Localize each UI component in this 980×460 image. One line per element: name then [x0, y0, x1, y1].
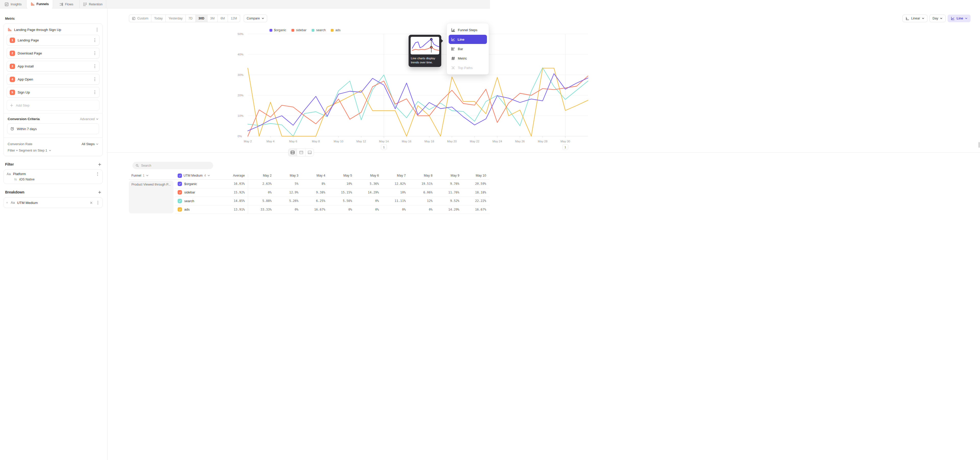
- chevron-down-icon: [49, 149, 51, 152]
- step-label: App Open: [18, 77, 90, 81]
- cell-value: 22.22%: [475, 199, 486, 203]
- layout-split-toggle[interactable]: [288, 149, 297, 156]
- filter-value[interactable]: iOS Native: [19, 177, 35, 181]
- query-sidebar: Metric Landing Page through Sign Up 1Lan…: [0, 8, 107, 230]
- compare-button[interactable]: Compare: [244, 14, 267, 22]
- range-3m[interactable]: 3M: [207, 15, 218, 22]
- search-icon: [135, 164, 139, 168]
- metric-hash-icon: [451, 56, 455, 61]
- legend-item-search[interactable]: search: [312, 28, 326, 32]
- range-label: 3M: [210, 17, 215, 20]
- layout-top-toggle[interactable]: [297, 149, 305, 156]
- table-cell: 0%: [355, 197, 382, 206]
- x-axis-tick-label: May 18: [425, 140, 434, 143]
- tab-funnels[interactable]: Funnels: [27, 0, 53, 8]
- range-7d[interactable]: 7D: [186, 15, 196, 22]
- chart-legend: $organicsidebarsearchads: [129, 28, 481, 32]
- legend-item-sidebar[interactable]: sidebar: [291, 28, 307, 32]
- cell-value: 14.29%: [368, 191, 379, 194]
- filter-segment-dropdown[interactable]: Filter + Segment on Step 1: [6, 147, 100, 155]
- range-yesterday[interactable]: Yesterday: [165, 15, 185, 22]
- funnel-col-count: 1: [143, 174, 145, 177]
- series-name: ads: [184, 208, 189, 211]
- menu-item-metric[interactable]: Metric: [449, 54, 487, 63]
- step-kebab-menu[interactable]: [93, 77, 97, 81]
- funnel-step-app-open[interactable]: 4App Open: [6, 74, 100, 85]
- legend-item-ads[interactable]: ads: [331, 28, 340, 32]
- tooltip-arrow: [441, 39, 443, 43]
- range-today[interactable]: Today: [151, 15, 165, 22]
- menu-item-funnel-steps[interactable]: Funnel Steps: [449, 25, 487, 35]
- funnel-column-header[interactable]: Funnel1: [129, 174, 175, 177]
- series-line-organic: [248, 73, 490, 131]
- row-checkbox[interactable]: [178, 190, 182, 195]
- funnel-step-download-page[interactable]: 2Download Page: [6, 48, 100, 59]
- legend-label: sidebar: [296, 28, 307, 32]
- filter-kebab-menu[interactable]: [95, 172, 100, 176]
- chevron-down-icon: [96, 118, 99, 120]
- table-cell: 15.15%: [328, 188, 355, 197]
- range-label: 30D: [199, 17, 204, 20]
- plus-icon[interactable]: [98, 190, 102, 194]
- funnel-kebab-menu[interactable]: [95, 28, 99, 32]
- column-header-may-2: May 2: [248, 174, 275, 177]
- column-header-label: May 8: [424, 174, 433, 177]
- conversion-window[interactable]: Within 7 days: [7, 123, 99, 134]
- tab-insights[interactable]: Insights: [0, 0, 27, 8]
- bar-chart-icon: [451, 47, 455, 51]
- breakdown-column-header[interactable]: UTM Medium4: [175, 174, 221, 178]
- step-kebab-menu[interactable]: [93, 64, 97, 68]
- table-cell: 12.82%: [382, 180, 409, 188]
- layout-bottom-toggle[interactable]: [305, 149, 313, 156]
- step-label: Landing Page: [18, 38, 90, 42]
- y-axis-tick-label: 10%: [238, 114, 243, 117]
- legend-item-organic[interactable]: $organic: [269, 28, 286, 32]
- step-kebab-menu[interactable]: [93, 51, 97, 55]
- legend-label: $organic: [274, 28, 286, 32]
- layout-bottom-icon: [307, 150, 312, 155]
- cell-value: 19.51%: [422, 182, 432, 185]
- add-step-button[interactable]: Add Step: [6, 100, 100, 111]
- advanced-dropdown[interactable]: Advanced: [80, 117, 99, 121]
- step-kebab-menu[interactable]: [93, 91, 97, 94]
- funnel-step-sign-up[interactable]: 5Sign Up: [6, 87, 100, 97]
- cell-value: 16.67%: [314, 208, 325, 211]
- plus-icon[interactable]: [98, 163, 102, 166]
- tab-retention[interactable]: Retention: [80, 0, 106, 8]
- conversion-rate-dropdown[interactable]: All Steps: [82, 142, 99, 146]
- annotation-badge-label: 1: [383, 146, 385, 149]
- compare-label: Compare: [247, 17, 260, 20]
- column-header-label: May 4: [317, 174, 325, 177]
- table-cell: 0%: [382, 206, 409, 214]
- filter-item-platform[interactable]: Aa Platform Is iOS Native: [3, 169, 103, 184]
- cell-value: 10%: [400, 191, 406, 194]
- close-icon[interactable]: [89, 201, 93, 204]
- search-input[interactable]: [141, 164, 210, 168]
- range-6m[interactable]: 6M: [218, 15, 228, 22]
- funnel-col-label: Funnel: [131, 174, 141, 177]
- y-axis-tick-label: 20%: [238, 94, 243, 97]
- breakdown-item-utm-medium[interactable]: Aa UTM Medium: [3, 197, 103, 208]
- step-kebab-menu[interactable]: [93, 38, 97, 42]
- table-cell: 12.9%: [275, 188, 301, 197]
- row-checkbox[interactable]: [178, 207, 182, 212]
- filter-operator[interactable]: Is: [14, 177, 17, 181]
- range-12m[interactable]: 12M: [228, 15, 240, 22]
- conversion-window-label: Within 7 days: [17, 127, 37, 131]
- range-30d[interactable]: 30D: [196, 15, 207, 22]
- breakdown-kebab-menu[interactable]: [96, 201, 100, 204]
- row-checkbox[interactable]: [178, 199, 182, 203]
- menu-item-bar[interactable]: Bar: [449, 44, 487, 53]
- tab-label: Funnels: [37, 2, 49, 6]
- range-custom[interactable]: Custom: [129, 15, 151, 22]
- funnel-step-app-install[interactable]: 3App Install: [6, 61, 100, 72]
- select-all-checkbox[interactable]: [178, 174, 182, 178]
- menu-item-line[interactable]: Line: [449, 35, 487, 44]
- tab-flows[interactable]: Flows: [53, 0, 80, 8]
- tooltip-mini-chart: [410, 37, 439, 54]
- x-axis-tick-label: May 14: [379, 140, 389, 143]
- funnel-step-landing-page[interactable]: 1Landing Page: [6, 35, 100, 45]
- drag-handle-icon[interactable]: [6, 201, 8, 204]
- row-checkbox[interactable]: [178, 182, 182, 186]
- x-axis-tick-label: May 8: [312, 140, 320, 143]
